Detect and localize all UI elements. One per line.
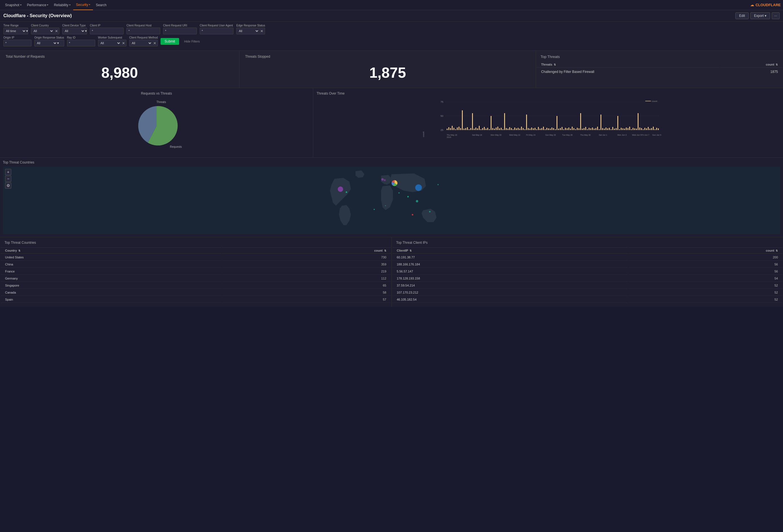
map-settings-button[interactable]: ⚙: [5, 182, 11, 189]
svg-rect-106: [626, 128, 627, 130]
svg-rect-96: [609, 128, 610, 130]
export-button[interactable]: Export ▾: [750, 12, 770, 19]
table-row: Challenged by Filter Based Firewall1875: [537, 68, 782, 75]
svg-rect-26: [491, 116, 492, 130]
svg-rect-35: [506, 128, 507, 130]
cloudflare-logo: ☁ CLOUDFLARE: [750, 3, 781, 7]
nav-reliability[interactable]: Reliability ▾: [51, 0, 73, 10]
countries-count-col-header[interactable]: count ⇅: [222, 247, 391, 254]
svg-rect-5: [455, 129, 456, 130]
svg-rect-112: [636, 129, 637, 130]
request-uri-input[interactable]: [163, 28, 197, 34]
svg-rect-78: [578, 128, 580, 130]
svg-rect-94: [605, 128, 606, 130]
svg-rect-48: [528, 128, 529, 130]
header-bar: Cloudflare - Security (Overview) Edit Ex…: [0, 10, 783, 22]
map-dot-aus: [429, 211, 430, 212]
zoom-in-button[interactable]: +: [5, 169, 11, 175]
reliability-arrow: ▾: [69, 4, 70, 6]
map-dot-west-africa: [374, 209, 375, 210]
worker-subrequest-select[interactable]: All: [98, 40, 121, 46]
map-dot-india: [407, 196, 409, 197]
ray-id-input[interactable]: [67, 40, 95, 46]
nav-performance[interactable]: Performance ▾: [24, 0, 51, 10]
nav-security[interactable]: Security ▾: [73, 0, 93, 10]
svg-rect-63: [553, 128, 554, 130]
map-container: + − ⚙: [3, 167, 780, 234]
x-label-2: Sat May 18: [472, 134, 482, 136]
origin-ip-input[interactable]: [3, 40, 32, 46]
svg-rect-13: [469, 129, 470, 130]
svg-rect-40: [514, 128, 515, 130]
threats-stopped-card: Threats Stopped 1,875: [240, 51, 536, 88]
list-item: China359: [1, 261, 391, 268]
svg-rect-85: [590, 128, 591, 130]
filter-worker-subrequest: Worker Subrequest All ✕: [98, 36, 126, 46]
threats-stopped-value: 1,875: [245, 61, 530, 84]
nav-search[interactable]: Search: [93, 0, 109, 10]
svg-rect-3: [452, 126, 452, 130]
svg-rect-44: [521, 127, 522, 130]
filters-section: Time Range All time ▾ Client Country All…: [0, 22, 783, 51]
x-label-6: Sun May 26: [545, 134, 556, 136]
worker-subrequest-clear[interactable]: ✕: [121, 41, 126, 45]
client-ips-table-panel: Top Threat Client IPs ClientIP ⇅ count ⇅…: [392, 237, 783, 307]
edge-response-select[interactable]: All: [237, 28, 259, 34]
client-country-clear[interactable]: ✕: [54, 29, 59, 33]
svg-rect-7: [459, 127, 459, 130]
submit-button[interactable]: Submit: [161, 38, 179, 45]
svg-rect-80: [582, 129, 583, 130]
list-item: 37.59.54.21452: [393, 282, 783, 289]
request-method-clear[interactable]: ✕: [152, 41, 157, 45]
time-range-select[interactable]: All time: [4, 28, 26, 34]
count-col-header[interactable]: count ⇅: [720, 62, 782, 68]
threats-sort-icon: ⇅: [554, 63, 556, 66]
threats-over-time-panel: Threats Over Time 75 50 25 count: [313, 88, 783, 157]
client-device-select-wrap: All ▾: [62, 28, 87, 34]
list-item: 60.191.38.77200: [393, 254, 783, 261]
country-col-header[interactable]: Country ⇅: [1, 247, 221, 254]
origin-response-select[interactable]: All: [35, 40, 57, 46]
svg-rect-62: [552, 128, 552, 130]
svg-rect-12: [467, 127, 468, 130]
y-label-50: 50: [440, 114, 443, 118]
x-label-10: Mon Jun 3: [617, 134, 627, 136]
nav-snapshot[interactable]: Snapshot ▾: [2, 0, 24, 10]
svg-rect-92: [602, 128, 603, 130]
edge-response-clear[interactable]: ✕: [259, 29, 264, 33]
svg-rect-70: [565, 128, 566, 130]
svg-rect-51: [533, 128, 534, 130]
svg-rect-64: [555, 129, 556, 130]
threats-col-header[interactable]: Threats ⇅: [537, 62, 720, 68]
page-title: Cloudflare - Security (Overview): [3, 13, 735, 18]
map-dot-red: [412, 214, 413, 215]
client-ips-count-col-header[interactable]: count ⇅: [628, 247, 782, 254]
origin-response-select-wrap: All ▾: [34, 40, 64, 46]
client-country-select[interactable]: All: [31, 28, 54, 34]
request-method-select[interactable]: All: [130, 40, 152, 46]
map-dot-france: [381, 178, 384, 181]
requests-vs-threats-title: Requests vs Threats: [141, 92, 172, 95]
client-device-select[interactable]: All: [63, 28, 85, 34]
client-ip-col-header[interactable]: ClientIP ⇅: [393, 247, 628, 254]
map-pie-cluster: [392, 180, 398, 186]
hide-filters-link[interactable]: Hide Filters: [184, 40, 200, 43]
svg-rect-38: [511, 128, 512, 130]
request-host-input[interactable]: [126, 28, 160, 34]
edit-button[interactable]: Edit: [735, 12, 749, 19]
svg-rect-17: [475, 128, 476, 130]
x-label-7: Tue May 28: [562, 134, 573, 136]
list-item: 107.170.23.21252: [393, 289, 783, 296]
svg-rect-19: [479, 126, 480, 130]
list-item: Germany112: [1, 275, 391, 282]
more-button[interactable]: ···: [772, 12, 780, 19]
client-ip-input[interactable]: [90, 28, 124, 34]
svg-rect-56: [541, 128, 542, 130]
user-agent-input[interactable]: [200, 28, 233, 34]
security-arrow: ▾: [89, 3, 90, 6]
zoom-out-button[interactable]: −: [5, 176, 11, 182]
svg-rect-50: [531, 128, 532, 130]
filter-origin-response: Origin Response Status All ▾: [34, 36, 64, 46]
x-label-3: Mon May 20: [491, 134, 502, 136]
total-requests-title: Total Number of Requests: [6, 55, 233, 59]
